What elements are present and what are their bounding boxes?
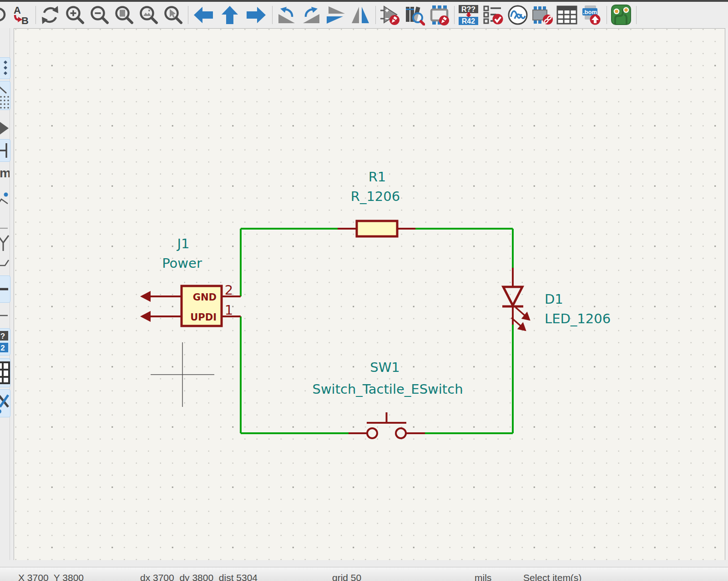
assign-footprints-icon (532, 5, 553, 25)
toolbar-separator (272, 6, 273, 24)
erc-button[interactable] (483, 4, 504, 26)
status-cursor-position: X 3700 Y 3800 (18, 572, 84, 581)
top-toolbar: A B (0, 2, 728, 28)
assign-footprints-button[interactable] (532, 4, 553, 26)
svg-text:m: m (0, 166, 10, 180)
find-replace-b: B (21, 15, 29, 25)
library-browser-icon (404, 5, 425, 25)
refresh-icon (40, 5, 60, 25)
footprint-editor-icon (429, 5, 450, 25)
toolbar-separator (375, 6, 376, 24)
left-tool-grid-dots[interactable] (0, 57, 10, 79)
clipped-toolbar-icon[interactable] (0, 4, 7, 26)
footprint-editor-button[interactable] (429, 4, 450, 26)
symbol-fields-table-button[interactable] (556, 4, 577, 26)
fields-table-icon (556, 5, 577, 25)
navigate-up-button[interactable] (218, 4, 241, 26)
zoom-in-button[interactable] (64, 4, 85, 26)
left-tool-grid-style[interactable] (0, 81, 10, 110)
erc-icon (483, 5, 504, 25)
navigate-left-button[interactable] (192, 4, 215, 26)
bom-label: .bom (583, 9, 597, 15)
rotate-ccw-button[interactable] (276, 4, 297, 26)
left-tool-annotate-badge[interactable]: ? 2 (0, 328, 10, 356)
arrow-up-icon (219, 5, 240, 25)
mirror-vertical-icon (326, 5, 346, 25)
label-fragment-icon (0, 255, 10, 274)
find-replace-icon: A B (10, 5, 31, 25)
left-tool-pin[interactable] (0, 139, 10, 162)
rotate-cw-button[interactable] (301, 4, 322, 26)
annotate-icon: R?? R42 (458, 5, 479, 25)
statusbar: X 3700 Y 3800 dx 3700 dy 3800 dist 5304 … (0, 567, 728, 581)
export-bom-button[interactable]: .bom (581, 4, 602, 26)
schematic-canvas[interactable] (14, 28, 725, 561)
annotate-bottom-label: R42 (462, 17, 475, 25)
toolbar-separator (636, 6, 637, 24)
symbol-editor-icon (379, 5, 400, 25)
left-tool-text[interactable]: m (0, 164, 10, 183)
badge-two: 2 (0, 344, 5, 352)
cut-fragment-icon (0, 390, 10, 417)
table-fragment-icon (0, 359, 10, 387)
clipped-icon (0, 5, 7, 25)
left-toolbar: m ? 2 (0, 28, 13, 560)
wire-fragment-icon (0, 234, 10, 253)
zoom-out-button[interactable] (89, 4, 110, 26)
left-tool-label[interactable] (0, 255, 10, 274)
canvas-right-edge[interactable] (725, 28, 728, 560)
navigate-right-button[interactable] (245, 4, 268, 26)
simulator-icon (507, 5, 528, 25)
graphic-line-fragment-icon (0, 306, 10, 325)
zoom-in-icon (65, 5, 85, 25)
left-tool-delete[interactable] (0, 389, 10, 417)
left-tool-line[interactable] (0, 223, 10, 234)
zoom-to-fit-button[interactable] (113, 4, 134, 26)
rotate-ccw-icon (277, 5, 297, 25)
left-tool-polyline[interactable] (0, 188, 10, 214)
pcb-editor-icon (611, 5, 632, 25)
annotate-top-label: R?? (461, 5, 475, 13)
status-units: mils (475, 572, 491, 581)
polyline-fragment-icon (0, 188, 10, 214)
status-grid: grid 50 (332, 572, 361, 581)
statusbar-gap (0, 560, 728, 567)
zoom-to-fit-icon (114, 5, 134, 25)
left-tool-cursor[interactable] (0, 118, 10, 137)
simulator-button[interactable] (507, 4, 528, 26)
toolbar-separator (454, 6, 455, 24)
find-replace-button[interactable]: A B (10, 4, 31, 26)
badge-question: ? (0, 332, 5, 341)
line-fragment-icon (0, 223, 10, 234)
find-replace-a: A (14, 5, 21, 16)
cursor-fragment-icon (0, 118, 10, 137)
open-pcb-editor-button[interactable] (611, 4, 632, 26)
toolbar-separator (35, 6, 36, 24)
export-bom-icon: .bom (581, 5, 602, 25)
left-tool-bus[interactable] (0, 275, 10, 303)
mirror-horizontally-button[interactable] (350, 4, 371, 26)
status-deltas: dx 3700 dy 3800 dist 5304 (140, 572, 258, 581)
mirror-vertically-button[interactable] (325, 4, 346, 26)
letter-fragment-icon: m (0, 164, 10, 183)
bus-fragment-icon (0, 276, 10, 302)
rotate-cw-icon (301, 5, 321, 25)
zoom-to-selection-button[interactable] (138, 4, 159, 26)
symbol-editor-button[interactable] (379, 4, 400, 26)
left-tool-wire[interactable] (0, 234, 10, 253)
zoom-out-icon (89, 5, 109, 25)
grid-slash-icon (0, 81, 10, 110)
pin-fragment-icon (0, 140, 10, 161)
symbol-library-browser-button[interactable] (404, 4, 425, 26)
arrow-left-icon (193, 5, 214, 25)
toolbar-separator (188, 6, 188, 24)
question-2-icon: ? 2 (0, 329, 10, 355)
left-tool-graphic-line[interactable] (0, 306, 10, 325)
refresh-view-button[interactable] (40, 4, 61, 26)
arrow-right-icon (246, 5, 267, 25)
zoom-to-objects-button[interactable] (162, 4, 183, 26)
annotate-button[interactable]: R?? R42 (458, 4, 479, 26)
left-tool-table[interactable] (0, 358, 10, 387)
zoom-to-selection-icon (138, 5, 158, 25)
dots-column-icon (0, 58, 10, 79)
